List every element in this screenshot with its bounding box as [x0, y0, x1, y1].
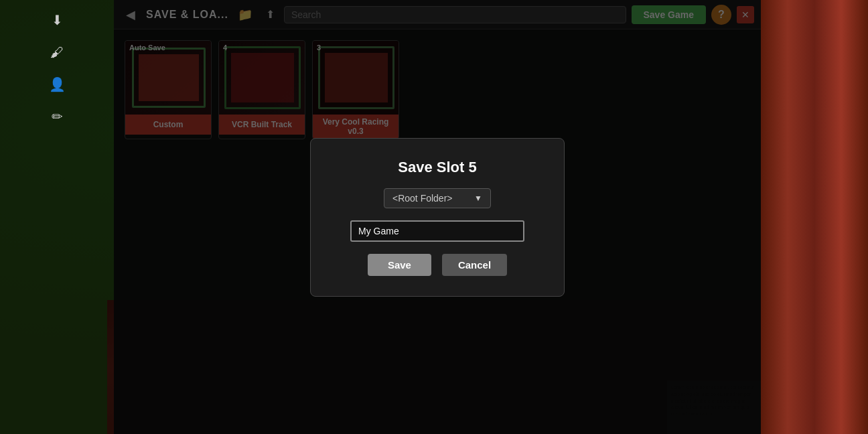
sidebar-person-icon[interactable]: 👤 — [44, 71, 70, 98]
wood-plank-right — [761, 0, 868, 434]
folder-row: <Root Folder> ▼ — [384, 188, 491, 208]
folder-dropdown[interactable]: <Root Folder> ▼ — [384, 188, 491, 208]
save-slot-dialog: Save Slot 5 <Root Folder> ▼ Save Cancel — [310, 138, 565, 297]
sidebar-paint-icon[interactable]: 🖌 — [44, 39, 70, 66]
sidebar-pencil-icon[interactable]: ✏ — [44, 103, 70, 130]
main-panel: ◀ SAVE & LOA... 📁 ⬆ Save Game ? ✕ Auto S… — [114, 0, 761, 434]
sidebar-down-arrow-icon[interactable]: ⬇ — [44, 7, 70, 33]
chevron-down-icon: ▼ — [474, 194, 482, 203]
folder-dropdown-label: <Root Folder> — [392, 193, 453, 204]
modal-buttons: Save Cancel — [368, 254, 507, 276]
modal-cancel-button[interactable]: Cancel — [442, 254, 507, 276]
modal-save-button[interactable]: Save — [368, 254, 431, 276]
modal-overlay: Save Slot 5 <Root Folder> ▼ Save Cancel — [114, 0, 761, 434]
modal-title: Save Slot 5 — [398, 159, 476, 176]
left-sidebar: ⬇ 🖌 👤 ✏ — [0, 0, 114, 434]
save-name-input[interactable] — [350, 220, 524, 242]
